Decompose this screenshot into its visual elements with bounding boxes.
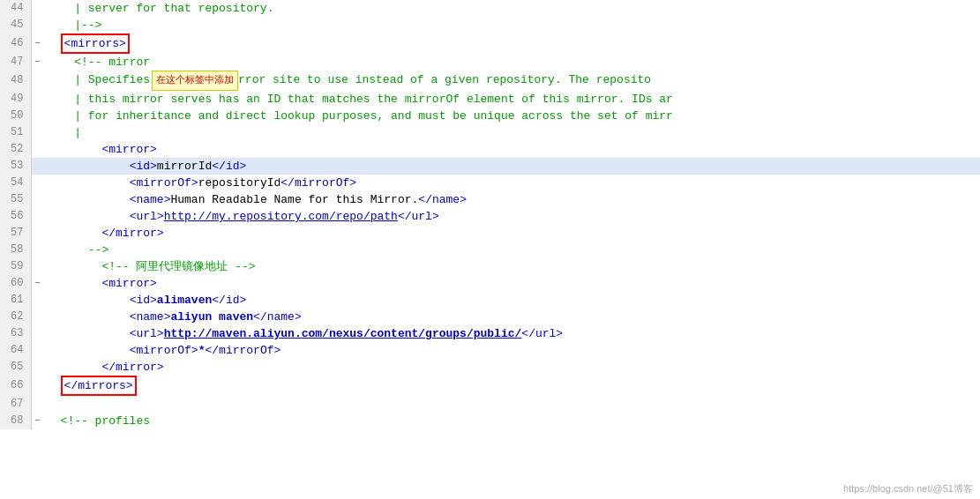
line-number: 66 xyxy=(0,376,31,396)
code-content: <mirrorOf>repositoryId</mirrorOf> xyxy=(43,175,980,191)
code-row: 55 <name>Human Readable Name for this Mi… xyxy=(0,191,980,208)
line-number: 58 xyxy=(0,242,31,258)
fold-icon xyxy=(31,141,43,158)
fold-icon xyxy=(31,342,43,359)
line-number: 47 xyxy=(0,54,31,71)
code-content: |--> xyxy=(43,17,980,34)
code-row: 44 | server for that repository. xyxy=(0,0,980,17)
line-number: 62 xyxy=(0,309,31,325)
code-row: 60− <mirror> xyxy=(0,275,980,292)
fold-icon xyxy=(31,91,43,108)
line-number: 53 xyxy=(0,158,31,175)
code-content: --> xyxy=(43,242,980,258)
fold-icon xyxy=(31,208,43,225)
line-number: 68 xyxy=(0,413,31,429)
code-content: <mirrorOf>*</mirrorOf> xyxy=(43,342,980,359)
line-number: 65 xyxy=(0,359,31,376)
code-row: 57 </mirror> xyxy=(0,225,980,242)
code-content xyxy=(43,396,980,413)
code-content: <name>Human Readable Name for this Mirro… xyxy=(43,191,980,208)
fold-icon xyxy=(31,359,43,376)
fold-icon xyxy=(31,175,43,191)
code-row: 51 | xyxy=(0,124,980,141)
fold-icon[interactable]: − xyxy=(31,413,43,429)
code-content: <mirror> xyxy=(43,141,980,158)
code-content: | Specifies在这个标签中添加rror site to use inst… xyxy=(43,71,980,91)
line-number: 63 xyxy=(0,325,31,342)
fold-icon xyxy=(31,309,43,325)
code-row: 48 | Specifies在这个标签中添加rror site to use i… xyxy=(0,71,980,91)
code-row: 59 <!-- 阿里代理镜像地址 --> xyxy=(0,258,980,275)
code-row: 67 xyxy=(0,396,980,413)
fold-icon xyxy=(31,242,43,258)
line-number: 54 xyxy=(0,175,31,191)
code-content: </mirror> xyxy=(43,359,980,376)
code-row: 50 | for inheritance and direct lookup p… xyxy=(0,108,980,124)
code-row: 46− <mirrors> xyxy=(0,34,980,54)
fold-icon[interactable]: − xyxy=(31,54,43,71)
fold-icon xyxy=(31,158,43,175)
code-content: | for inheritance and direct lookup purp… xyxy=(43,108,980,124)
line-number: 55 xyxy=(0,191,31,208)
fold-icon[interactable]: − xyxy=(31,275,43,292)
line-number: 44 xyxy=(0,0,31,17)
code-row: 47− <!-- mirror xyxy=(0,54,980,71)
code-content: <url>http://my.repository.com/repo/path<… xyxy=(43,208,980,225)
line-number: 52 xyxy=(0,141,31,158)
code-content: <mirrors> xyxy=(43,34,980,54)
code-row: 64 <mirrorOf>*</mirrorOf> xyxy=(0,342,980,359)
line-number: 49 xyxy=(0,91,31,108)
line-number: 67 xyxy=(0,396,31,413)
code-row: 56 <url>http://my.repository.com/repo/pa… xyxy=(0,208,980,225)
line-number: 60 xyxy=(0,275,31,292)
line-number: 59 xyxy=(0,258,31,275)
line-number: 45 xyxy=(0,17,31,34)
code-content: </mirror> xyxy=(43,225,980,242)
code-table: 44 | server for that repository.45 |-->4… xyxy=(0,0,980,429)
fold-icon xyxy=(31,71,43,91)
code-content: <!-- profiles xyxy=(43,413,980,429)
code-content: <id>alimaven</id> xyxy=(43,292,980,309)
code-row: 45 |--> xyxy=(0,17,980,34)
fold-icon xyxy=(31,376,43,396)
fold-icon[interactable]: − xyxy=(31,34,43,54)
code-row: 53 <id>mirrorId</id> xyxy=(0,158,980,175)
code-content: | this mirror serves has an ID that matc… xyxy=(43,91,980,108)
code-row: 54 <mirrorOf>repositoryId</mirrorOf> xyxy=(0,175,980,191)
code-row: 68− <!-- profiles xyxy=(0,413,980,429)
code-content: </mirrors> xyxy=(43,376,980,396)
code-row: 52 <mirror> xyxy=(0,141,980,158)
fold-icon xyxy=(31,292,43,309)
fold-icon xyxy=(31,225,43,242)
line-number: 61 xyxy=(0,292,31,309)
line-number: 51 xyxy=(0,124,31,141)
fold-icon xyxy=(31,258,43,275)
watermark: https://blog.csdn.net/@51博客 xyxy=(843,482,973,495)
fold-icon xyxy=(31,124,43,141)
line-number: 46 xyxy=(0,34,31,54)
fold-icon xyxy=(31,0,43,17)
code-content: <name>aliyun maven</name> xyxy=(43,309,980,325)
line-number: 56 xyxy=(0,208,31,225)
code-content: <url>http://maven.aliyun.com/nexus/conte… xyxy=(43,325,980,342)
code-row: 49 | this mirror serves has an ID that m… xyxy=(0,91,980,108)
code-row: 61 <id>alimaven</id> xyxy=(0,292,980,309)
code-row: 66 </mirrors> xyxy=(0,376,980,396)
fold-icon xyxy=(31,191,43,208)
code-row: 62 <name>aliyun maven</name> xyxy=(0,309,980,325)
line-number: 64 xyxy=(0,342,31,359)
code-content: <mirror> xyxy=(43,275,980,292)
fold-icon xyxy=(31,396,43,413)
code-row: 58 --> xyxy=(0,242,980,258)
line-number: 48 xyxy=(0,71,31,91)
code-content: <id>mirrorId</id> xyxy=(43,158,980,175)
line-number: 50 xyxy=(0,108,31,124)
fold-icon xyxy=(31,325,43,342)
fold-icon xyxy=(31,17,43,34)
line-number: 57 xyxy=(0,225,31,242)
fold-icon xyxy=(31,108,43,124)
code-editor: 44 | server for that repository.45 |-->4… xyxy=(0,0,980,499)
code-content: | server for that repository. xyxy=(43,0,980,17)
code-row: 63 <url>http://maven.aliyun.com/nexus/co… xyxy=(0,325,980,342)
code-content: | xyxy=(43,124,980,141)
